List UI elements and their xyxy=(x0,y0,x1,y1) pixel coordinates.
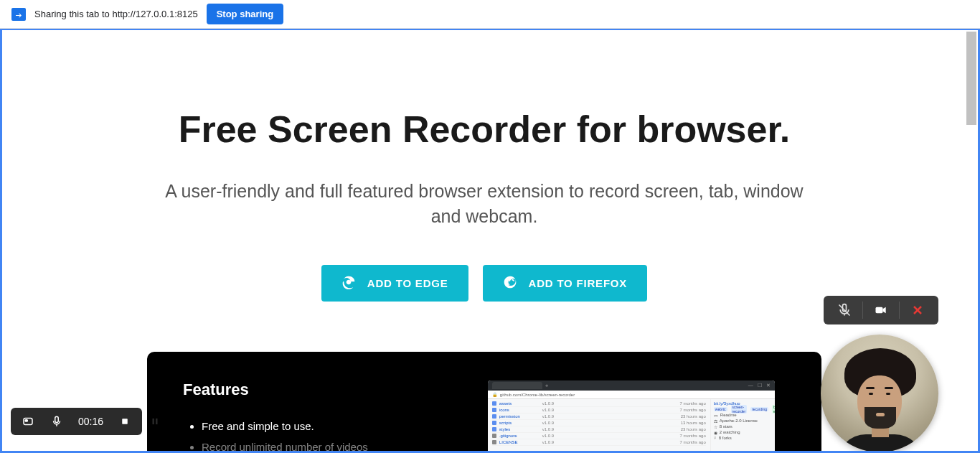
mic-mute-button[interactable] xyxy=(826,296,862,324)
add-to-firefox-button[interactable]: ADD TO FIREFOX xyxy=(483,265,648,302)
svg-rect-8 xyxy=(156,419,157,424)
demo-url: github.com/Chrome-lib/screen-recorder xyxy=(500,393,575,397)
svg-rect-5 xyxy=(25,420,27,421)
sharing-bar: Sharing this tab to http://127.0.0.1:812… xyxy=(0,0,980,29)
demo-screenshot: + —☐✕ 🔒github.com/Chrome-lib/screen-reco… xyxy=(488,380,775,453)
add-to-firefox-label: ADD TO FIREFOX xyxy=(529,277,628,289)
add-to-edge-label: ADD TO EDGE xyxy=(367,277,448,289)
svg-rect-1 xyxy=(876,307,883,313)
stop-recording-button[interactable] xyxy=(110,408,139,435)
webcam-toolbar xyxy=(824,296,938,324)
features-title: Features xyxy=(183,380,448,399)
recorded-viewport: Free Screen Recorder for browser. A user… xyxy=(0,29,980,453)
recording-time: 00:16 xyxy=(71,416,110,427)
hero-subtitle: A user-friendly and full featured browse… xyxy=(161,179,807,229)
share-icon xyxy=(11,8,26,21)
close-webcam-button[interactable] xyxy=(900,296,936,324)
firefox-icon xyxy=(503,275,517,291)
features-card: Features Free and simple to use. Record … xyxy=(147,352,821,453)
scrollbar-thumb[interactable] xyxy=(966,32,976,125)
svg-rect-7 xyxy=(153,419,154,424)
sharing-text: Sharing this tab to http://127.0.0.1:812… xyxy=(34,9,198,19)
webcam-preview[interactable] xyxy=(821,335,938,452)
camera-button[interactable] xyxy=(863,296,899,324)
stop-sharing-button[interactable]: Stop sharing xyxy=(207,4,283,24)
features-list: Free and simple to use. Record unlimited… xyxy=(183,416,448,453)
edge-icon xyxy=(341,275,356,291)
feature-item: Free and simple to use. xyxy=(202,416,448,437)
add-to-edge-button[interactable]: ADD TO EDGE xyxy=(321,265,468,302)
hero-title: Free Screen Recorder for browser. xyxy=(2,109,966,150)
cta-row: ADD TO EDGE ADD TO FIREFOX xyxy=(2,265,966,302)
mic-button[interactable] xyxy=(42,408,71,435)
feature-item: Record unlimited number of videos xyxy=(202,437,448,453)
recording-toolbar: 00:16 xyxy=(11,408,142,435)
toggle-size-button[interactable] xyxy=(14,408,42,435)
pause-recording-button[interactable] xyxy=(146,408,164,435)
svg-rect-6 xyxy=(122,419,128,424)
